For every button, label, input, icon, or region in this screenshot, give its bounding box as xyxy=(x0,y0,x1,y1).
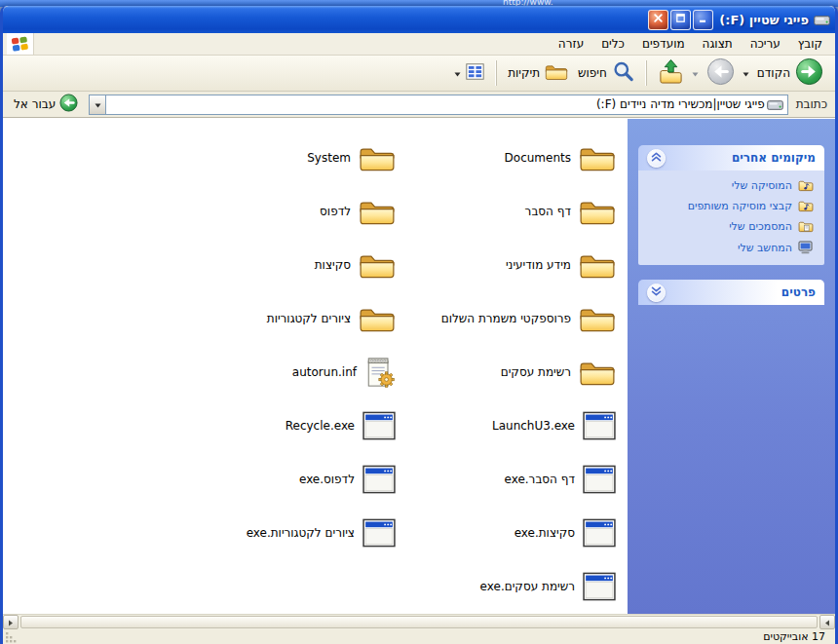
task-pane-sidebar: מיקומים אחרים המוסיקה שלי קבצי מוסיקה מש… xyxy=(628,119,835,614)
other-places-header[interactable]: מיקומים אחרים xyxy=(638,145,824,170)
arrow-left-icon xyxy=(824,616,830,629)
up-button[interactable] xyxy=(654,56,688,91)
search-label: חיפוש xyxy=(578,66,607,80)
file-item[interactable]: לדפוס.exe xyxy=(177,452,398,506)
application-icon xyxy=(362,411,396,440)
file-item[interactable]: רשימת עסקים.exe xyxy=(398,559,618,613)
folder-icon xyxy=(359,197,396,226)
folder-icon xyxy=(359,250,396,280)
file-item[interactable]: autorun.inf xyxy=(177,345,398,398)
application-icon xyxy=(583,518,616,548)
file-label: רשימת עסקים.exe xyxy=(480,580,575,593)
address-value[interactable]: פייגי שטיין|מכשירי מדיה ניידים (F:) xyxy=(106,97,765,111)
maximize-button[interactable] xyxy=(670,10,691,30)
other-places-title: מיקומים אחרים xyxy=(732,151,816,165)
file-item[interactable]: מידע מודיעיני xyxy=(398,238,618,291)
scroll-right-button[interactable] xyxy=(3,615,19,629)
sidebar-item-shared-music[interactable]: קבצי מוסיקה משותפים xyxy=(649,200,814,212)
scroll-left-button[interactable] xyxy=(819,615,835,629)
menu-item-view[interactable]: תצוגה xyxy=(694,34,742,54)
views-button[interactable] xyxy=(450,60,488,86)
application-icon xyxy=(583,465,616,494)
windows-logo-icon xyxy=(7,33,34,55)
scroll-thumb[interactable] xyxy=(20,616,818,628)
file-item[interactable]: רשימת עסקים xyxy=(398,345,618,398)
window-title: פייגי שטיין (F:) xyxy=(719,13,809,27)
file-item[interactable]: סקיצות.exe xyxy=(398,506,618,559)
status-bar: 17 אובייקטים xyxy=(3,629,835,644)
file-item[interactable]: LaunchU3.exe xyxy=(398,398,618,452)
main-area: מיקומים אחרים המוסיקה שלי קבצי מוסיקה מש… xyxy=(3,118,835,614)
go-button[interactable]: עבור אל xyxy=(8,94,84,115)
sidebar-item-my-computer[interactable]: המחשב שלי xyxy=(649,241,814,254)
titlebar[interactable]: פייגי שטיין (F:) xyxy=(3,6,835,33)
minimize-icon xyxy=(698,13,708,26)
removable-drive-icon xyxy=(814,14,830,26)
views-grid-icon xyxy=(466,63,484,83)
file-item[interactable]: Documents xyxy=(398,131,618,184)
folder-icon xyxy=(359,143,396,172)
folder-icon xyxy=(359,304,396,333)
application-icon xyxy=(583,572,616,601)
status-objects-text: 17 אובייקטים xyxy=(755,630,833,643)
menu-item-edit[interactable]: עריכה xyxy=(742,34,789,54)
menu-item-file[interactable]: קובץ xyxy=(789,34,831,54)
menu-item-help[interactable]: עזרה xyxy=(550,34,592,54)
sidebar-item-label: המוסיקה שלי xyxy=(732,179,792,192)
sidebar-item-label: קבצי מוסיקה משותפים xyxy=(688,200,792,212)
menubar: קובץ עריכה תצוגה מועדפים כלים עזרה xyxy=(3,33,835,56)
minimize-button[interactable] xyxy=(693,10,713,30)
explorer-window: פייגי שטיין (F:) קובץ עריכה תצוגה מועדפי… xyxy=(0,6,838,644)
details-title: פרטים xyxy=(781,285,816,299)
other-places-body: המוסיקה שלי קבצי מוסיקה משותפים המסמכים … xyxy=(638,170,824,265)
menu-item-favorites[interactable]: מועדפים xyxy=(633,34,694,54)
menu-item-tools[interactable]: כלים xyxy=(592,34,633,54)
forward-dropdown[interactable] xyxy=(690,66,701,80)
sidebar-item-my-music[interactable]: המוסיקה שלי xyxy=(649,179,814,192)
arrow-right-icon xyxy=(8,616,14,629)
file-label: לדפוס.exe xyxy=(299,473,355,486)
folders-button[interactable]: תיקיות xyxy=(504,59,572,87)
other-places-panel: מיקומים אחרים המוסיקה שלי קבצי מוסיקה מש… xyxy=(638,145,824,265)
shared-music-folder-icon xyxy=(798,200,814,212)
close-button[interactable] xyxy=(648,10,668,30)
back-button[interactable]: הקודם xyxy=(753,55,827,92)
horizontal-scrollbar[interactable] xyxy=(3,614,835,629)
title-group: פייגי שטיין (F:) xyxy=(719,13,830,27)
file-label: ציורים לקטגוריות.exe xyxy=(247,526,355,540)
search-button[interactable]: חיפוש xyxy=(574,57,638,89)
close-icon xyxy=(653,13,664,26)
file-label: סקיצות xyxy=(315,258,351,272)
file-item[interactable]: דף הסבר.exe xyxy=(398,452,618,506)
address-dropdown-button[interactable] xyxy=(90,95,106,114)
forward-button[interactable] xyxy=(703,55,739,92)
file-item[interactable]: פרוספקטי משמרת השלום xyxy=(398,291,618,345)
details-header[interactable]: פרטים xyxy=(638,280,824,305)
file-label: Recycle.exe xyxy=(286,419,355,433)
back-dropdown[interactable] xyxy=(741,66,751,80)
file-item[interactable]: ציורים לקטגוריות.exe xyxy=(177,506,398,559)
file-item[interactable]: System xyxy=(177,131,398,184)
file-item[interactable]: ציורים לקטגוריות xyxy=(177,291,398,345)
resize-grip[interactable] xyxy=(5,631,18,644)
toolbar: הקודם חיפוש תיקיות xyxy=(3,56,835,92)
file-item[interactable]: לדפוס xyxy=(177,184,398,238)
forward-arrow-icon xyxy=(706,57,735,89)
expand-button[interactable] xyxy=(647,284,666,302)
sidebar-item-my-documents[interactable]: המסמכים שלי xyxy=(649,220,814,233)
file-item[interactable]: דף הסבר xyxy=(398,184,618,238)
file-label: ציורים לקטגוריות xyxy=(267,312,351,325)
file-item[interactable]: Recycle.exe xyxy=(177,398,398,452)
folder-icon xyxy=(579,250,616,280)
application-icon xyxy=(362,465,396,494)
address-combo[interactable]: פייגי שטיין|מכשירי מדיה ניידים (F:) xyxy=(89,95,788,115)
file-item[interactable]: סקיצות xyxy=(177,238,398,291)
sidebar-item-label: המסמכים שלי xyxy=(729,220,792,233)
address-label: כתובת xyxy=(793,97,830,111)
folders-icon xyxy=(545,62,568,84)
sidebar-item-label: המחשב שלי xyxy=(738,242,792,254)
my-computer-icon xyxy=(798,241,814,254)
toolbar-separator xyxy=(645,60,647,86)
collapse-button[interactable] xyxy=(647,149,666,168)
chevron-down-icon xyxy=(692,66,699,80)
